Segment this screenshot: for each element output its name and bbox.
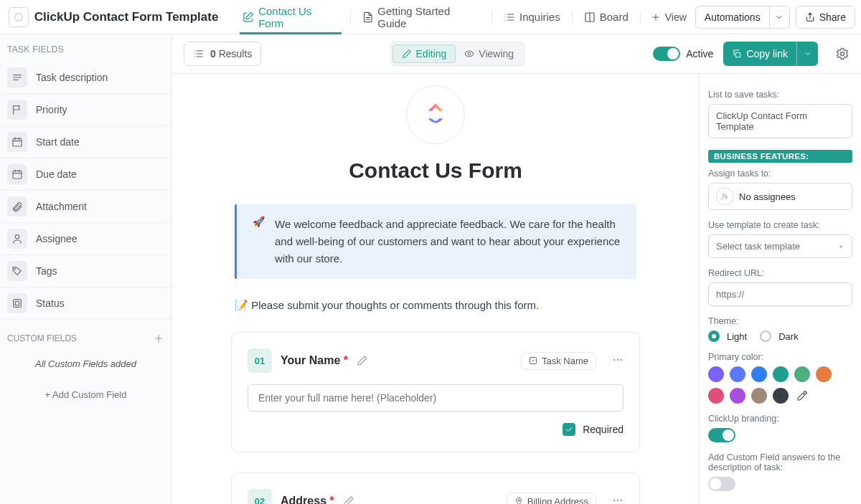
theme-dark-radio[interactable]: [760, 331, 771, 342]
field-menu-button[interactable]: [612, 354, 624, 368]
results-box[interactable]: 0 Results: [184, 42, 261, 66]
chevron-down-icon: [837, 243, 844, 250]
primary-color-label: Primary color:: [708, 352, 852, 362]
share-icon: [805, 12, 815, 22]
color-swatch[interactable]: [708, 366, 724, 382]
color-swatch[interactable]: [816, 366, 832, 382]
svg-point-10: [841, 52, 844, 56]
canvas-wrap: Contact Us Form 🚀 We welcome feedback an…: [172, 73, 861, 504]
field-status[interactable]: Status: [0, 287, 171, 320]
viewing-label: Viewing: [479, 48, 514, 60]
calendar-icon: [11, 168, 23, 180]
check-icon: [565, 425, 573, 434]
cf-answers-toggle[interactable]: [708, 477, 735, 491]
tab-contact-form[interactable]: Contact Us Form: [232, 0, 348, 34]
field-title: Your Name *: [281, 354, 348, 367]
form-field-name[interactable]: 01 Your Name * Task Name Required: [231, 332, 640, 452]
field-type-badge[interactable]: Billing Address: [507, 493, 596, 505]
pencil-icon: [402, 49, 412, 59]
business-features-banner: BUSINESS FEATURES:: [708, 150, 852, 163]
editing-mode-button[interactable]: Editing: [392, 44, 456, 63]
page-title: ClickUp Contact Form Template: [34, 10, 219, 24]
svg-point-12: [617, 359, 618, 361]
task-icon: [529, 356, 537, 365]
color-swatch[interactable]: [751, 388, 767, 404]
branding-toggle[interactable]: [708, 428, 735, 442]
tab-label: Getting Started Guide: [377, 5, 480, 29]
copy-link-button[interactable]: Copy link: [723, 42, 818, 66]
form-callout[interactable]: 🚀 We welcome feedback and appreciate fee…: [235, 204, 636, 279]
list-input[interactable]: ClickUp Contact Form Template: [708, 104, 852, 138]
callout-text: We welcome feedback and appreciate feedb…: [275, 216, 621, 267]
tab-board[interactable]: Board: [574, 0, 639, 34]
color-swatch[interactable]: [773, 366, 789, 382]
active-toggle[interactable]: [653, 47, 680, 61]
field-assignee[interactable]: Assignee: [0, 223, 171, 255]
form-logo[interactable]: [406, 85, 465, 144]
field-type-badge[interactable]: Task Name: [521, 352, 596, 370]
share-button[interactable]: Share: [796, 6, 855, 29]
user-add-icon: [716, 188, 733, 205]
status-icon: [11, 298, 23, 309]
redirect-input[interactable]: [708, 282, 852, 306]
custom-fields-message: All Custom Fields added: [0, 351, 171, 382]
svg-point-16: [617, 500, 618, 501]
color-swatch[interactable]: [773, 388, 789, 404]
field-menu-button[interactable]: [612, 495, 624, 505]
field-number: 02: [248, 489, 272, 504]
flag-icon: [11, 104, 23, 115]
active-toggle-box: Active: [653, 47, 713, 61]
plus-icon: [651, 12, 661, 22]
tab-inquiries[interactable]: Inquiries: [494, 0, 570, 34]
color-swatch[interactable]: [730, 366, 745, 382]
clickup-icon: [420, 100, 451, 130]
automations-button[interactable]: Automations: [695, 6, 790, 29]
theme-dark-label: Dark: [778, 331, 798, 342]
svg-point-0: [15, 13, 23, 21]
field-due-date[interactable]: Due date: [0, 158, 171, 191]
color-swatch[interactable]: [794, 366, 810, 382]
field-tags[interactable]: Tags: [0, 255, 171, 287]
pencil-icon[interactable]: [357, 355, 368, 366]
clickup-logo-icon: [13, 11, 24, 23]
tab-getting-started[interactable]: Getting Started Guide: [352, 0, 490, 34]
color-swatch[interactable]: [751, 366, 767, 382]
color-swatch[interactable]: [730, 388, 745, 404]
text-icon: [11, 72, 23, 83]
chevron-down-icon[interactable]: [769, 6, 789, 28]
field-priority[interactable]: Priority: [0, 94, 171, 126]
field-task-description[interactable]: Task description: [0, 62, 171, 94]
dots-icon: [612, 495, 624, 505]
viewing-mode-button[interactable]: Viewing: [456, 45, 522, 62]
tab-label: Inquiries: [519, 11, 560, 23]
form-title[interactable]: Contact Us Form: [349, 158, 522, 183]
template-select[interactable]: Select task template: [708, 234, 852, 258]
theme-light-radio[interactable]: [708, 331, 720, 342]
list-label: List to save tasks:: [708, 90, 852, 100]
field-start-date[interactable]: Start date: [0, 126, 171, 158]
svg-rect-9: [736, 52, 740, 57]
plus-icon[interactable]: [153, 333, 164, 344]
pencil-icon[interactable]: [343, 495, 354, 504]
field-placeholder-input[interactable]: [248, 384, 624, 412]
custom-fields-header: CUSTOM FIELDS: [0, 320, 171, 351]
settings-button[interactable]: [835, 47, 850, 61]
view-tabs: Contact Us Form Getting Started Guide In…: [232, 0, 695, 34]
field-label: Due date: [36, 168, 77, 180]
form-field-address[interactable]: 02 Address * Billing Address: [231, 472, 640, 504]
copy-link-label: Copy link: [746, 48, 788, 60]
add-view-button[interactable]: View: [642, 11, 695, 23]
eyedropper-icon: [796, 390, 808, 401]
add-custom-field-button[interactable]: + Add Custom Field: [0, 382, 171, 407]
color-swatch[interactable]: [708, 388, 724, 404]
automations-label: Automations: [696, 11, 769, 23]
form-note[interactable]: 📝 Please submit your thoughts or comment…: [235, 299, 636, 312]
required-checkbox[interactable]: [563, 423, 575, 436]
sidebar: TASK FIELDS Task description Priority St…: [0, 34, 172, 504]
color-picker-button[interactable]: [794, 388, 810, 404]
assignee-selector[interactable]: No assignees: [708, 183, 852, 210]
field-attachment[interactable]: Attachment: [0, 191, 171, 223]
chevron-down-icon[interactable]: [796, 42, 818, 66]
tab-label: Contact Us Form: [258, 5, 338, 29]
share-label: Share: [819, 11, 846, 23]
